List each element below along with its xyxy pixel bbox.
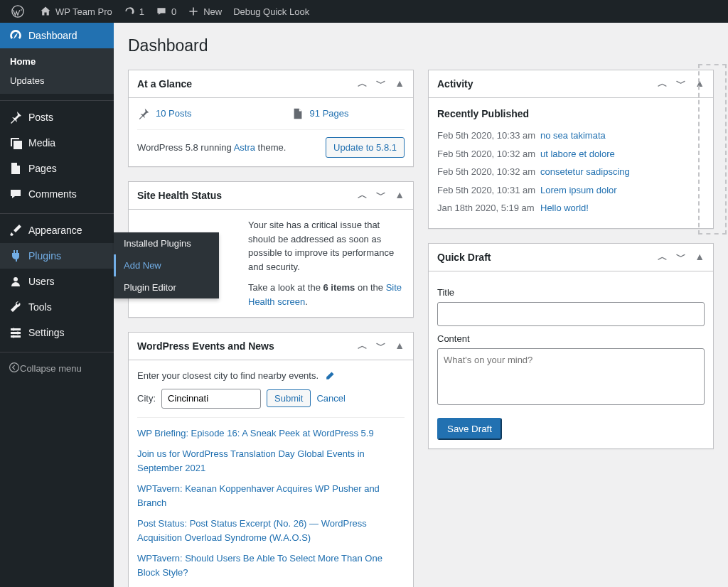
comments[interactable]: 0 [150, 0, 182, 23]
debug-quick-look[interactable]: Debug Quick Look [228, 0, 315, 23]
posts-count-link[interactable]: 10 Posts [156, 107, 192, 121]
page-icon [9, 161, 23, 176]
empty-drop-zone[interactable] [698, 64, 727, 235]
menu-settings[interactable]: Settings [0, 320, 114, 345]
activity-post-link[interactable]: Hello world! [540, 201, 589, 215]
comment-icon [9, 187, 23, 201]
dashboard-icon [9, 28, 23, 43]
menu-plugins[interactable]: Plugins [0, 243, 114, 269]
activity-post-link[interactable]: ut labore et dolore [540, 147, 615, 161]
brush-icon [9, 223, 23, 237]
news-item-link[interactable]: WPTavern: Keanan Koppenhaver Acquires WP… [137, 483, 380, 508]
svg-point-8 [10, 363, 19, 372]
news-item-link[interactable]: Join us for WordPress Translation Day Gl… [137, 448, 365, 473]
menu-users-label: Users [28, 276, 55, 287]
menu-appearance[interactable]: Appearance [0, 217, 114, 243]
menu-posts-label: Posts [28, 112, 53, 123]
wp-version-text: WordPress 5.8 running Astra theme. [137, 141, 286, 155]
news-list: WP Briefing: Episode 16: A Sneak Peek at… [137, 417, 405, 580]
submenu-home[interactable]: Home [0, 52, 114, 71]
widget-heading: WordPress Events and News [137, 340, 274, 352]
flyout-plugin-editor[interactable]: Plugin Editor [114, 276, 219, 298]
activity-post-link[interactable]: consetetur sadipscing [540, 165, 630, 179]
activity-entry: Feb 5th 2020, 10:31 amLorem ipsum dolor [437, 183, 705, 198]
flyout-add-new[interactable]: Add New [114, 254, 219, 276]
toggle-icon[interactable]: ▲ [395, 340, 405, 352]
submenu-updates[interactable]: Updates [0, 71, 114, 90]
move-down-icon[interactable]: ﹀ [376, 340, 386, 352]
menu-posts[interactable]: Posts [0, 104, 114, 130]
collapse-icon [9, 362, 20, 375]
widget-heading: At a Glance [137, 78, 192, 90]
menu-users[interactable]: Users [0, 269, 114, 294]
site-name-label: WP Team Pro [55, 6, 112, 17]
separator [0, 349, 114, 352]
comment-icon [156, 6, 167, 17]
edit-icon[interactable] [324, 370, 336, 382]
plus-icon [188, 6, 199, 17]
new-content[interactable]: New [182, 0, 228, 23]
menu-tools-label: Tools [28, 301, 52, 313]
activity-entry: Jan 18th 2020, 5:19 amHello world! [437, 201, 705, 215]
city-input[interactable] [161, 389, 261, 409]
draft-content-input[interactable] [437, 348, 705, 405]
activity-list: Feb 5th 2020, 10:33 amno sea takimataFeb… [437, 129, 705, 215]
toggle-icon[interactable]: ▲ [395, 189, 405, 202]
activity-subheading: Recently Published [437, 107, 705, 122]
toggle-icon[interactable]: ▲ [395, 77, 405, 90]
page-title: Dashboard [128, 30, 714, 70]
move-down-icon[interactable]: ﹀ [376, 189, 386, 202]
flyout-installed-plugins[interactable]: Installed Plugins [114, 232, 219, 254]
menu-comments[interactable]: Comments [0, 181, 114, 207]
menu-pages[interactable]: Pages [0, 156, 114, 181]
debug-label: Debug Quick Look [233, 6, 309, 17]
separator [0, 210, 114, 214]
activity-entry: Feb 5th 2020, 10:33 amno sea takimata [437, 129, 705, 143]
move-up-icon[interactable]: ︿ [658, 251, 668, 264]
menu-appearance-label: Appearance [28, 225, 82, 236]
menu-pages-label: Pages [28, 163, 57, 174]
collapse-label: Collapse menu [20, 363, 82, 374]
admin-toolbar: WP Team Pro 1 0 New Debug Quick Look [0, 0, 728, 23]
news-item-link[interactable]: Post Status: Post Status Excerpt (No. 26… [137, 518, 367, 543]
theme-link[interactable]: Astra [234, 142, 255, 153]
update-wp-button[interactable]: Update to 5.8.1 [326, 137, 405, 158]
events-prompt: Enter your closest city to find nearby e… [137, 369, 318, 383]
activity-post-link[interactable]: no sea takimata [540, 129, 606, 143]
cancel-link[interactable]: Cancel [316, 392, 345, 406]
wp-logo[interactable] [6, 0, 34, 23]
move-up-icon[interactable]: ︿ [358, 340, 368, 352]
news-item-link[interactable]: WPTavern: Should Users Be Able To Select… [137, 553, 382, 578]
submit-button[interactable]: Submit [267, 389, 311, 407]
activity-timestamp: Feb 5th 2020, 10:32 am [437, 147, 540, 161]
svg-point-5 [12, 328, 15, 331]
news-item-link[interactable]: WP Briefing: Episode 16: A Sneak Peek at… [137, 428, 374, 438]
collapse-menu[interactable]: Collapse menu [0, 356, 114, 381]
toggle-icon[interactable]: ▲ [695, 251, 705, 264]
draft-title-input[interactable] [437, 302, 705, 326]
menu-media[interactable]: Media [0, 130, 114, 156]
activity-timestamp: Jan 18th 2020, 5:19 am [437, 201, 540, 215]
pin-icon [137, 107, 150, 120]
activity-timestamp: Feb 5th 2020, 10:32 am [437, 165, 540, 179]
menu-tools[interactable]: Tools [0, 294, 114, 320]
widget-heading: Activity [437, 78, 473, 90]
move-down-icon[interactable]: ﹀ [676, 251, 686, 264]
pages-count-link[interactable]: 91 Pages [310, 107, 349, 121]
updates[interactable]: 1 [118, 0, 150, 23]
plugin-icon [9, 249, 23, 263]
health-items-text: Take a look at the 6 items on the Site H… [248, 281, 405, 308]
activity-post-link[interactable]: Lorem ipsum dolor [540, 183, 617, 198]
save-draft-button[interactable]: Save Draft [437, 418, 502, 440]
move-up-icon[interactable]: ︿ [358, 77, 368, 90]
menu-dashboard[interactable]: Dashboard [0, 23, 114, 48]
home-icon [40, 6, 51, 17]
svg-point-7 [12, 335, 15, 338]
site-name[interactable]: WP Team Pro [34, 0, 118, 23]
move-up-icon[interactable]: ︿ [658, 77, 668, 90]
svg-point-6 [16, 332, 19, 335]
move-down-icon[interactable]: ﹀ [376, 77, 386, 90]
move-down-icon[interactable]: ﹀ [676, 77, 686, 90]
move-up-icon[interactable]: ︿ [358, 189, 368, 202]
menu-settings-label: Settings [28, 327, 65, 338]
